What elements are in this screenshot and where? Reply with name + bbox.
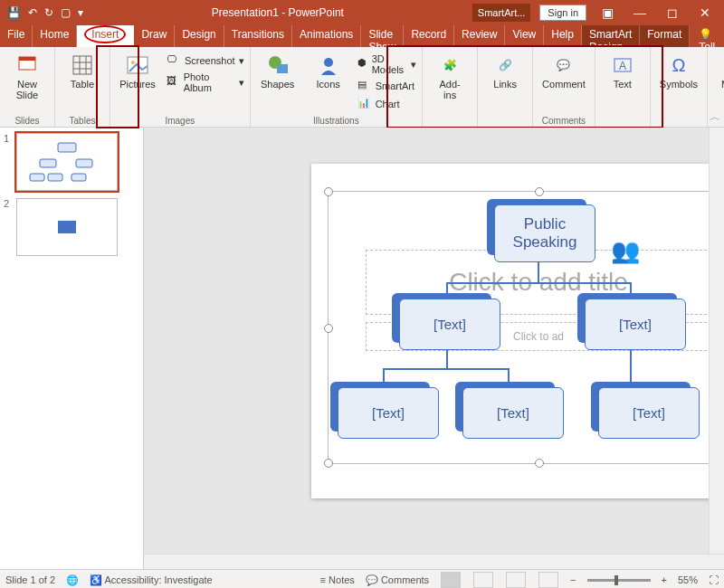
media-button[interactable]: 🔊Media: [711, 51, 724, 91]
normal-view-icon[interactable]: [441, 572, 461, 588]
slide: Click to add title Click to ad: [311, 164, 724, 498]
title-bar: 💾 ↶ ↻ ▢ ▾ Presentation1 - PowerPoint Sma…: [0, 0, 724, 25]
undo-icon[interactable]: ↶: [28, 6, 37, 19]
slide-count: Slide 1 of 2: [5, 574, 55, 585]
tab-design[interactable]: Design: [175, 25, 224, 47]
redo-icon[interactable]: ↻: [44, 6, 53, 19]
vertical-scrollbar[interactable]: [709, 128, 724, 569]
sorter-view-icon[interactable]: [473, 572, 493, 588]
tab-draw[interactable]: Draw: [134, 25, 175, 47]
ribbon-mode-icon[interactable]: ▣: [595, 5, 619, 20]
sa-node-l2b[interactable]: [Text]: [585, 299, 686, 350]
ribbon-tabs: File Home Insert Draw Design Transitions…: [0, 25, 724, 47]
sa-node-l2a[interactable]: [Text]: [399, 299, 500, 350]
tab-file[interactable]: File: [0, 25, 33, 47]
svg-rect-17: [30, 174, 44, 181]
smartart-graphic[interactable]: Public Speaking 👥 [Text] [Text] [Text] […: [328, 191, 724, 464]
close-icon[interactable]: ✕: [693, 5, 717, 20]
shapes-button[interactable]: Shapes: [254, 51, 301, 91]
icons-button[interactable]: Icons: [305, 51, 352, 91]
horizontal-scrollbar[interactable]: [144, 554, 724, 569]
tab-slideshow[interactable]: Slide Show: [361, 25, 404, 47]
minimize-icon[interactable]: —: [628, 5, 652, 20]
tab-transitions[interactable]: Transitions: [224, 25, 292, 47]
ribbon: New Slide Slides Table Tables Pictures 🖵…: [0, 47, 724, 128]
start-icon[interactable]: ▢: [61, 6, 71, 19]
svg-rect-18: [48, 174, 62, 181]
zoom-level[interactable]: 55%: [678, 574, 698, 585]
sa-node-l3b[interactable]: [Text]: [462, 387, 564, 439]
thumbnail-1[interactable]: 1: [4, 133, 139, 191]
svg-rect-15: [40, 159, 56, 167]
tab-smartart-design[interactable]: SmartArt Design: [582, 25, 640, 47]
smartart-icon: ▤: [357, 79, 372, 93]
icons-icon: [316, 52, 341, 78]
svg-rect-14: [58, 143, 76, 152]
slide-canvas[interactable]: Click to add title Click to ad: [144, 128, 724, 569]
omega-icon: Ω: [666, 52, 691, 78]
tell-me[interactable]: 💡 Tell me: [699, 28, 715, 44]
sa-root[interactable]: Public Speaking: [494, 204, 595, 262]
notes-button[interactable]: ≡ Notes: [320, 574, 355, 585]
zoom-slider[interactable]: [587, 579, 651, 582]
cube-icon: ⬢: [357, 57, 368, 71]
highlight-pictures: [96, 45, 139, 128]
sa-node-l3c[interactable]: [Text]: [598, 387, 700, 439]
highlight-right-groups: [386, 45, 663, 128]
svg-rect-2: [73, 56, 91, 74]
chart-icon: 📊: [357, 97, 372, 111]
fit-icon[interactable]: ⛶: [709, 574, 719, 585]
tab-view[interactable]: View: [505, 25, 544, 47]
svg-point-11: [324, 58, 333, 67]
status-bar: Slide 1 of 2 🌐 ♿ Accessibility: Investig…: [0, 569, 724, 588]
svg-rect-19: [71, 174, 86, 181]
workspace: 1 2 Click to add title Click to ad: [0, 128, 724, 569]
tab-animations[interactable]: Animations: [292, 25, 361, 47]
tab-review[interactable]: Review: [454, 25, 505, 47]
zoom-in-icon[interactable]: +: [662, 574, 667, 585]
slideshow-view-icon[interactable]: [538, 572, 558, 588]
audience-icon: 👥: [611, 237, 640, 265]
tab-help[interactable]: Help: [544, 25, 582, 47]
zoom-out-icon[interactable]: −: [570, 574, 576, 585]
group-slides: New Slide Slides: [0, 47, 55, 127]
new-slide-button[interactable]: New Slide: [4, 51, 51, 102]
tab-home[interactable]: Home: [33, 25, 77, 47]
contextual-tab-label: SmartArt...: [472, 4, 531, 22]
new-slide-icon: [14, 52, 40, 78]
tab-format[interactable]: Format: [640, 25, 690, 47]
sa-node-l3a[interactable]: [Text]: [338, 387, 439, 439]
photo-album-button[interactable]: 🖼Photo Album ▾: [165, 71, 246, 94]
reading-view-icon[interactable]: [506, 572, 526, 588]
collapse-ribbon-icon[interactable]: ︿: [710, 109, 720, 125]
photo-album-icon: 🖼: [167, 75, 180, 90]
slide-thumbnails: 1 2: [0, 128, 144, 569]
table-icon: [70, 52, 95, 78]
tab-insert[interactable]: Insert: [77, 25, 134, 47]
thumbnail-2[interactable]: 2: [4, 198, 139, 256]
accessibility[interactable]: ♿ Accessibility: Investigate: [90, 574, 213, 586]
svg-rect-1: [19, 57, 35, 61]
tab-record[interactable]: Record: [404, 25, 454, 47]
shapes-icon: [265, 52, 291, 78]
save-icon[interactable]: 💾: [7, 6, 21, 19]
screenshot-button[interactable]: 🖵Screenshot ▾: [165, 52, 246, 69]
maximize-icon[interactable]: ◻: [661, 5, 684, 20]
sign-in-button[interactable]: Sign in: [539, 5, 586, 21]
svg-rect-20: [58, 221, 76, 233]
svg-rect-10: [277, 64, 288, 73]
language[interactable]: 🌐: [66, 574, 79, 586]
qat-more-icon[interactable]: ▾: [78, 6, 83, 19]
window-title: Presentation1 - PowerPoint: [90, 6, 465, 19]
comments-button[interactable]: 💬 Comments: [366, 574, 429, 586]
svg-rect-16: [76, 159, 92, 167]
screenshot-icon: 🖵: [167, 53, 181, 68]
